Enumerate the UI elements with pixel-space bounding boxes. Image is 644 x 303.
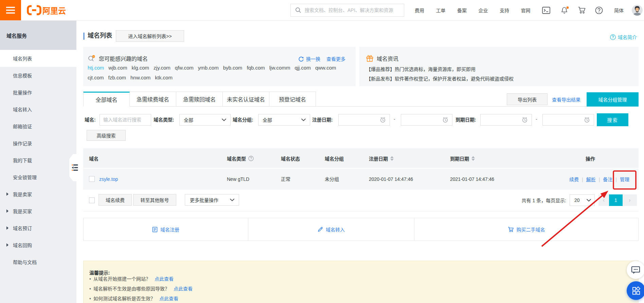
sidebar-item[interactable]: 帮助与文档 [0,253,76,270]
search-input[interactable] [305,4,404,16]
feedback-chat-button[interactable] [627,261,644,279]
suggested-domain[interactable]: zjy.com [154,65,171,71]
buy-secondhand-domain-link[interactable]: 购买二手域名 [414,218,638,241]
row-action-link[interactable]: 备注 [603,177,612,182]
next-page-button[interactable]: › [623,194,637,206]
register-domain-link[interactable]: 域名注册 [84,218,248,241]
tab[interactable]: 全部域名 [83,92,130,107]
news-item[interactable]: 【爆品推荐】热门优选商标，海量资源库，即买即用 [366,65,476,72]
reg-date-start-input[interactable] [338,114,390,126]
sidebar-item[interactable]: 我是卖家 [0,186,76,203]
news-item[interactable]: 【新品发布】软件著作权登记，保护开发者权益，避免代码被盗或侵权 [366,75,514,82]
suggested-domain[interactable]: ktk.com [155,75,173,80]
top-nav-item[interactable]: 支持 [500,7,509,14]
hamburger-menu-button[interactable] [0,0,21,20]
cart-button[interactable] [578,0,586,20]
suggested-domain[interactable]: byb.com [223,65,243,71]
refresh-domains-link[interactable]: 换一换 [298,55,320,62]
language-switch[interactable]: 简体 [614,0,624,20]
domain-search-input[interactable] [100,114,151,125]
help-button[interactable] [595,0,603,20]
sidebar-item[interactable]: 操作记录 [0,135,76,152]
expire-date-end-input[interactable] [542,114,594,126]
domain-intro-link[interactable]: 域名简介 [610,34,637,40]
domain-group-manage-button[interactable]: 域名分组管理 [587,92,639,107]
sidebar-item[interactable]: 域名回购 [0,236,76,253]
domain-name-link[interactable]: zsyle.top [99,176,118,183]
tab[interactable]: 未实名认证域名 [223,92,269,107]
sidebar-item[interactable]: 我是买家 [0,203,76,220]
advanced-search-button[interactable]: 高级搜索 [87,130,126,141]
search-button[interactable]: 搜索 [597,113,628,126]
domain-group-select[interactable]: 全部 [258,114,310,126]
sidebar-item[interactable]: 安全锁管理 [0,169,76,186]
tab[interactable]: 急需续费域名 [130,92,176,107]
sidebar-item[interactable]: 域名列表 [0,50,76,67]
prev-page-button[interactable]: ‹ [598,194,609,206]
page-size-select[interactable]: 20 [570,194,595,206]
col-regdate[interactable]: 注册日期 [369,155,394,162]
suggested-domain[interactable]: fzb.com [108,75,126,80]
tab[interactable]: 急需赎回域名 [176,92,223,107]
suggested-domain[interactable]: qfw.com [175,65,194,71]
batch-transfer-button[interactable]: 转至其他账号 [133,194,176,206]
sidebar-item[interactable]: 我的下载 [0,152,76,169]
suggested-domain[interactable]: hnw.com [130,75,150,80]
domain-type-select[interactable]: 全部 [179,114,231,126]
sort-icon[interactable] [390,156,394,161]
console-terminal-button[interactable] [542,0,550,20]
tip-link[interactable]: 点此查看 [155,276,174,282]
export-list-button[interactable]: 导出列表 [507,93,548,105]
notifications-button[interactable] [560,0,569,20]
suggested-domain[interactable]: htj.com [88,65,104,71]
row-action-link[interactable]: 解析 [586,177,596,182]
sidebar-collapse-handle[interactable] [69,154,80,181]
domain-news-box: 域名资讯 【爆品推荐】热门优选商标，海量资源库，即买即用 【新品发布】软件著作权… [359,47,639,86]
question-circle-icon[interactable] [248,156,254,161]
tab[interactable]: 预登记域名 [269,92,316,107]
sidebar-item[interactable]: 域名转入 [0,101,76,118]
batch-renew-button[interactable]: 域名续费 [99,194,132,206]
current-page-button[interactable]: 1 [609,194,623,206]
cart-icon [508,227,514,232]
suggested-domain[interactable]: fqb.com [247,65,265,71]
avatar[interactable] [632,5,643,16]
suggested-domain[interactable]: cjt.com [88,75,104,80]
expire-date-start-input[interactable] [480,114,532,126]
suggested-domain[interactable]: ymb.com [198,65,219,71]
select-all-checkbox[interactable] [89,197,95,203]
top-nav-item[interactable]: 工单 [436,7,446,14]
view-more-domains-link[interactable]: 查看更多 [326,55,345,62]
top-nav-item[interactable]: 费用 [415,7,424,14]
sidebar-item[interactable]: 邮箱验证 [0,118,76,135]
sidebar-item[interactable]: 批量操作 [0,84,76,101]
mini-apps-button[interactable] [627,281,644,300]
suggested-domain[interactable]: wjb.com [108,65,127,71]
tip-link[interactable]: 点此查看 [159,296,178,301]
row-action-link[interactable]: 续费 [569,177,579,182]
sidebar-item[interactable]: 域名预订 [0,220,76,236]
more-batch-actions-select[interactable]: 更多批量操作 [185,194,239,206]
tip-link[interactable]: 点此查看 [174,286,193,291]
suggested-domain[interactable]: klg.com [131,65,149,71]
row-checkbox[interactable] [89,176,95,182]
document-icon [152,227,158,232]
top-nav-item[interactable]: 官网 [521,7,531,14]
aliyun-logo[interactable]: 阿里云 [26,5,68,16]
chevron-down-icon [586,199,591,202]
caret-right-icon [6,192,8,196]
sidebar-item[interactable]: 信息模板 [0,67,76,84]
gift-icon [366,55,373,62]
suggested-domain[interactable]: ljw.comm [269,65,290,71]
enter-dns-list-button[interactable]: 进入域名解析列表>> [116,30,184,42]
suggested-domain[interactable]: qjj.com [294,65,311,71]
suggested-domain[interactable]: qww.com [315,65,336,71]
sort-icon[interactable] [471,156,475,161]
row-action-link[interactable]: 管理 [620,177,629,182]
transfer-in-domain-link[interactable]: 域名转入 [248,218,414,241]
top-nav-item[interactable]: 备案 [457,7,467,14]
view-export-result-link[interactable]: 查看导出结果 [552,96,580,103]
top-nav-item[interactable]: 企业 [479,7,488,14]
reg-date-end-input[interactable] [401,114,452,126]
col-expdate[interactable]: 到期日期 [450,155,475,162]
